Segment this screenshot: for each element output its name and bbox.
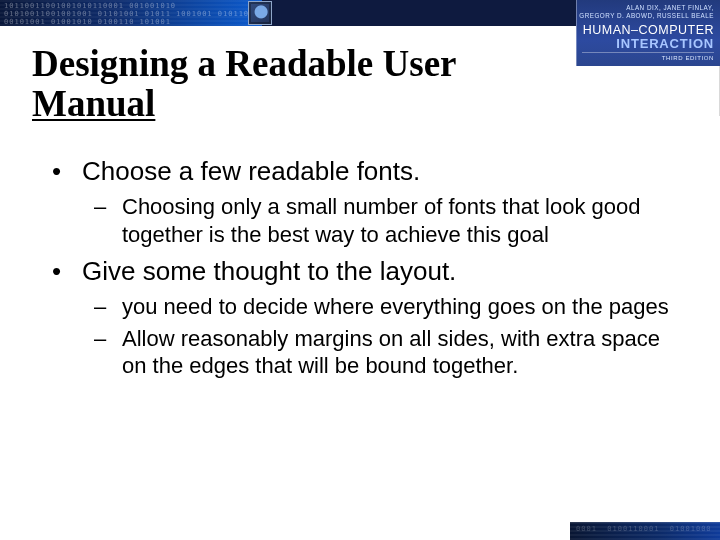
book-title-line1: HUMAN–COMPUTER: [583, 23, 714, 37]
sub-bullet-text: Choosing only a small number of fonts th…: [122, 193, 682, 248]
bullet-text: Choose a few readable fonts.: [82, 156, 682, 187]
content-area: Choose a few readable fonts. Choosing on…: [38, 156, 682, 388]
book-cover: ALAN DIX, JANET FINLAY, GREGORY D. ABOWD…: [576, 0, 720, 66]
bullet-text: Give some thought to the layout.: [82, 256, 682, 287]
book-authors-line: ALAN DIX, JANET FINLAY,: [579, 4, 714, 12]
book-authors-line: GREGORY D. ABOWD, RUSSELL BEALE: [579, 12, 714, 20]
book-title-line2: INTERACTION: [616, 36, 714, 51]
sub-bullet-text: you need to decide where everything goes…: [122, 293, 682, 321]
sub-list: you need to decide where everything goes…: [82, 293, 682, 380]
list-item: Give some thought to the layout. you nee…: [38, 256, 682, 380]
book-divider: [582, 52, 714, 53]
book-edition: THIRD EDITION: [662, 55, 714, 61]
slide: ALAN DIX, JANET FINLAY, GREGORY D. ABOWD…: [0, 0, 720, 540]
bottom-binary-decoration: [570, 522, 720, 540]
binary-decoration: [0, 0, 262, 26]
bullet-list: Choose a few readable fonts. Choosing on…: [38, 156, 682, 380]
sub-list: Choosing only a small number of fonts th…: [82, 193, 682, 248]
book-authors: ALAN DIX, JANET FINLAY, GREGORY D. ABOWD…: [579, 4, 714, 20]
list-item: Choose a few readable fonts. Choosing on…: [38, 156, 682, 248]
sub-bullet-text: Allow reasonably margins on all sides, w…: [122, 325, 682, 380]
page-title: Designing a Readable User Manual: [32, 44, 560, 124]
page-title-line2: Manual: [32, 83, 155, 124]
page-title-line1: Designing a Readable User: [32, 43, 456, 84]
deco-square-icon: [248, 1, 272, 25]
list-item: Allow reasonably margins on all sides, w…: [82, 325, 682, 380]
list-item: Choosing only a small number of fonts th…: [82, 193, 682, 248]
list-item: you need to decide where everything goes…: [82, 293, 682, 321]
